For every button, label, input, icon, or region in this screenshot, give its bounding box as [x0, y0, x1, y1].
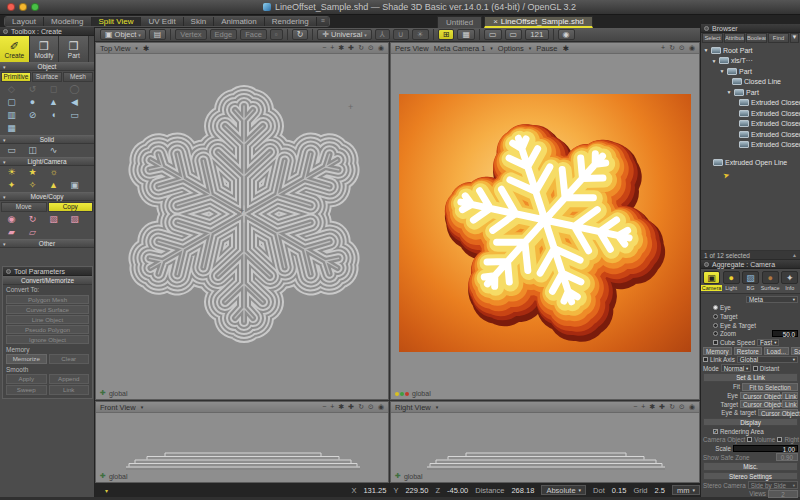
tab-split-view[interactable]: Split View — [92, 17, 142, 26]
magnify-icon[interactable]: ⊙ — [368, 44, 374, 52]
triangle-down-icon[interactable]: ▼ — [703, 47, 709, 53]
tab-attributes[interactable]: Attributes — [724, 33, 745, 43]
restore-button[interactable]: Restore — [734, 347, 762, 355]
magnify-icon[interactable]: ⊙ — [368, 403, 374, 411]
viewport-top[interactable]: Top View ▾ ✱ − + ✱ ✚ ↻ ⊙ ◉ — [95, 42, 389, 400]
triangle-up-icon[interactable]: ▲ — [792, 252, 797, 258]
tab-boolean[interactable]: Boolean — [746, 33, 767, 43]
section-convert-memorize[interactable]: Convert/Memorize — [3, 276, 92, 285]
vertex-mode-button[interactable]: Vertex — [175, 29, 206, 40]
tree-item[interactable]: ▼xls/T··· — [701, 56, 800, 67]
tree-item[interactable]: Extruded Closed — [701, 140, 800, 151]
distant-checkbox[interactable] — [753, 366, 758, 371]
viewport-right[interactable]: Right View ▾ − + ✱ ✚ ↻ ⊙ ◉ ✚ global — [390, 401, 700, 483]
options-dropdown[interactable]: Options — [498, 44, 524, 53]
tree-item[interactable]: Extruded Closed — [701, 119, 800, 130]
shading-sphere-button[interactable]: ◉ — [558, 29, 575, 40]
mode-part-button[interactable]: ❒ Part — [59, 36, 89, 62]
pers-view-canvas[interactable]: global — [391, 54, 699, 399]
convert-line-object-button[interactable]: Line Object — [6, 315, 89, 324]
section-solid[interactable]: ▾ Solid — [0, 135, 94, 144]
settings-icon[interactable]: ✱ — [338, 403, 344, 411]
right-view-label[interactable]: Right View — [395, 403, 431, 412]
workspace-menu-button[interactable]: ≡ — [317, 17, 329, 26]
curve-tool-icon[interactable]: ↺ — [25, 84, 40, 95]
convert-pseudo-polygon-button[interactable]: Pseudo Polygon — [6, 325, 89, 334]
tab-surface[interactable]: ● Surface — [761, 271, 780, 291]
rotate-copy-icon[interactable]: ↻ — [25, 214, 40, 225]
disc-primitive-icon[interactable]: ⊘ — [25, 110, 40, 121]
tree-item[interactable]: ▼Root Part — [701, 45, 800, 56]
array-copy-icon[interactable]: ▨ — [67, 214, 82, 225]
solid-tool-icon[interactable]: ∿ — [46, 145, 61, 156]
four-view-layout-button[interactable]: ⊞ — [438, 29, 455, 40]
tab-copy[interactable]: Copy — [48, 202, 94, 212]
curve-tool-icon[interactable]: ◯ — [67, 84, 82, 95]
mirror-copy-icon[interactable]: ▧ — [46, 214, 61, 225]
pan-icon[interactable]: ✚ — [348, 403, 354, 411]
scale-input[interactable]: 1.00 — [733, 445, 798, 453]
cube-speed-dropdown[interactable]: Fast ▾ — [757, 339, 779, 347]
convert-ignore-object-button[interactable]: Ignore Object — [6, 335, 89, 344]
object-mode-button[interactable]: ▣ Object ▾ — [100, 29, 146, 40]
volume-checkbox[interactable] — [747, 437, 752, 442]
rounded-cube-icon[interactable]: ▢ — [4, 97, 19, 108]
rotate-tool-button[interactable]: ↻ — [292, 29, 309, 40]
doc-tab-active[interactable]: × LineOffset_Sample.shd — [484, 16, 593, 28]
eye-cursor-object-button[interactable]: Cursor Object — [740, 392, 780, 400]
memory-button[interactable]: Memory — [703, 347, 732, 355]
tab-rendering[interactable]: Rendering — [265, 17, 317, 26]
mode-modify-button[interactable]: ❒ Modify — [30, 36, 60, 62]
zoom-input[interactable]: 50.0 — [772, 330, 798, 338]
zoom-window-button[interactable] — [31, 3, 39, 11]
distant-light-icon[interactable]: ✧ — [25, 180, 40, 191]
tab-select[interactable]: Select — [702, 33, 723, 43]
pan-icon[interactable]: ✚ — [659, 403, 665, 411]
views-value[interactable]: 2 — [768, 490, 798, 498]
point-light-icon[interactable]: ★ — [25, 167, 40, 178]
triangle-down-icon[interactable]: ▼ — [719, 68, 725, 74]
settings-icon[interactable]: ✱ — [338, 44, 344, 52]
zoom-out-icon[interactable]: − — [322, 403, 326, 411]
tab-animation[interactable]: Animation — [214, 17, 265, 26]
tab-uv-edit[interactable]: UV Edit — [141, 17, 183, 26]
zoom-out-icon[interactable]: − — [633, 403, 637, 411]
tree-item[interactable]: Extruded Closed — [701, 108, 800, 119]
tab-primitive[interactable]: Primitive — [1, 72, 31, 82]
front-view-label[interactable]: Front View — [100, 403, 136, 412]
solid-tool-icon[interactable]: ◫ — [25, 145, 40, 156]
tab-find[interactable]: Find — [768, 33, 789, 43]
link-axis-dropdown[interactable]: Global ▾ — [737, 356, 798, 364]
zoom-out-icon[interactable]: − — [322, 44, 326, 52]
grid-toggle-button[interactable]: ▦ — [457, 29, 475, 40]
pan-icon[interactable]: ✚ — [348, 44, 354, 52]
mode-dropdown[interactable]: Normal ▾ — [721, 364, 751, 372]
safe-zone-value[interactable]: 0.90 — [776, 453, 798, 461]
mode-create-button[interactable]: ✐ Create — [0, 36, 30, 62]
eye-radio[interactable] — [713, 305, 718, 310]
tab-camera[interactable]: ▣ Camera — [702, 271, 721, 291]
filter-funnel-icon[interactable]: ▼ — [790, 33, 799, 43]
sphere-primitive-icon[interactable]: ● — [25, 97, 40, 108]
spot-light-icon[interactable]: ☼ — [46, 167, 61, 178]
cube-speed-checkbox[interactable] — [713, 340, 718, 345]
link-axis-checkbox[interactable] — [703, 357, 708, 362]
convert-curved-surface-button[interactable]: Curved Surface — [6, 305, 89, 314]
tree-item[interactable]: Extruded Closed — [701, 129, 800, 140]
pause-button[interactable]: Pause — [536, 44, 557, 53]
close-icon[interactable]: × — [493, 16, 498, 27]
tab-move[interactable]: Move — [1, 202, 47, 212]
tab-info[interactable]: ✦ Info — [781, 271, 799, 291]
tree-item[interactable]: ▼Part — [701, 66, 800, 77]
minimize-window-button[interactable] — [19, 3, 27, 11]
section-light-camera[interactable]: ▾ Light/Camera — [0, 157, 94, 166]
camera-create-icon[interactable]: ▣ — [67, 180, 82, 191]
target-radio[interactable] — [713, 314, 718, 319]
tab-layout[interactable]: Layout — [5, 17, 44, 26]
eyetarget-cursor-object-button[interactable]: Cursor Object — [758, 409, 798, 417]
viewport-display-button-2[interactable]: ▭ — [505, 29, 523, 40]
section-move-copy[interactable]: ▾ Move/Copy — [0, 192, 94, 201]
close-window-button[interactable] — [7, 3, 15, 11]
area-light-icon[interactable]: ✦ — [4, 180, 19, 191]
tree-item[interactable]: Extruded Open Line — [701, 157, 800, 168]
